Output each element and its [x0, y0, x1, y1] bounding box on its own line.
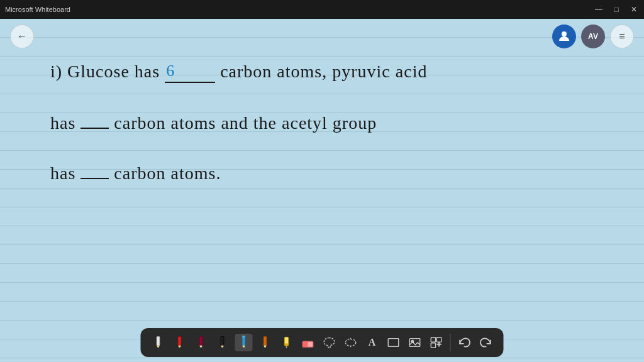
line-1: i) Glucose has 6 carbon atoms, pyruvic a… — [50, 62, 619, 83]
whiteboard-canvas: ← AV ≡ i) Glucose has — [0, 19, 644, 362]
line2-suffix: carbon atoms and the acetyl group — [114, 113, 377, 133]
pencil-maroon-tool[interactable] — [192, 334, 210, 351]
nav-right-group: AV ≡ — [552, 25, 634, 48]
line1-suffix: carbon atoms, pyruvic acid — [220, 62, 427, 82]
user-initials: AV — [588, 32, 598, 41]
rectangle-tool[interactable] — [385, 334, 402, 351]
add-widget-tool[interactable] — [428, 334, 445, 351]
app-title: Microsoft Whiteboard — [5, 6, 70, 13]
window-controls: — □ ✕ — [594, 4, 639, 14]
toolbar-divider — [450, 334, 451, 351]
svg-rect-1 — [157, 337, 160, 346]
svg-point-0 — [562, 31, 567, 36]
redo-button[interactable] — [477, 334, 495, 351]
line1-prefix: i) Glucose has — [50, 62, 160, 82]
svg-rect-4 — [178, 337, 181, 346]
user-avatar-av[interactable]: AV — [581, 25, 605, 48]
line-2: has carbon atoms and the acetyl group — [50, 113, 619, 133]
svg-rect-10 — [221, 337, 224, 346]
pencil-extra-tool[interactable] — [257, 334, 274, 351]
svg-rect-21 — [284, 344, 288, 346]
svg-point-26 — [345, 339, 356, 346]
answer-6: 6 — [166, 62, 175, 80]
undo-button[interactable] — [456, 334, 474, 351]
toolbar: A — [141, 328, 504, 357]
back-button[interactable]: ← — [10, 25, 34, 48]
close-button[interactable]: ✕ — [629, 4, 639, 14]
menu-icon: ≡ — [619, 31, 625, 42]
svg-rect-30 — [409, 339, 420, 347]
line-3: has carbon atoms. — [50, 163, 619, 184]
blank-3 — [80, 178, 109, 179]
text-tool-label: A — [369, 337, 376, 348]
svg-rect-7 — [199, 337, 203, 346]
svg-rect-24 — [303, 341, 308, 347]
line3-suffix: carbon atoms. — [114, 163, 221, 184]
user-avatar-blue[interactable] — [552, 25, 576, 48]
ellipse-select-tool[interactable] — [342, 334, 360, 351]
minimize-button[interactable]: — — [594, 4, 604, 14]
highlighter-tool[interactable] — [278, 334, 296, 351]
menu-button[interactable]: ≡ — [610, 25, 634, 48]
blank-1: 6 — [165, 62, 215, 83]
svg-rect-33 — [436, 337, 441, 342]
text-tool[interactable]: A — [364, 334, 381, 351]
back-icon: ← — [17, 31, 27, 42]
title-bar: Microsoft Whiteboard — □ ✕ — [0, 0, 644, 19]
svg-rect-29 — [388, 339, 399, 347]
pencil-active-tool[interactable] — [235, 334, 253, 351]
line3-prefix: has — [50, 163, 75, 184]
eraser-tool[interactable] — [299, 334, 317, 351]
line2-prefix: has — [50, 113, 75, 133]
svg-rect-34 — [431, 343, 435, 348]
maximize-button[interactable]: □ — [611, 4, 621, 14]
blank-2 — [80, 128, 109, 129]
svg-rect-17 — [264, 337, 267, 346]
lasso-select-tool[interactable] — [321, 334, 338, 351]
whiteboard-text-area: i) Glucose has 6 carbon atoms, pyruvic a… — [50, 54, 619, 324]
image-tool[interactable] — [406, 334, 424, 351]
pencil-white-tool[interactable] — [150, 334, 167, 351]
pencil-dark-tool[interactable] — [214, 334, 231, 351]
svg-rect-32 — [431, 337, 435, 342]
pencil-red-tool[interactable] — [171, 334, 189, 351]
nav-bar: ← AV ≡ — [0, 19, 644, 54]
user-icon — [558, 30, 570, 44]
